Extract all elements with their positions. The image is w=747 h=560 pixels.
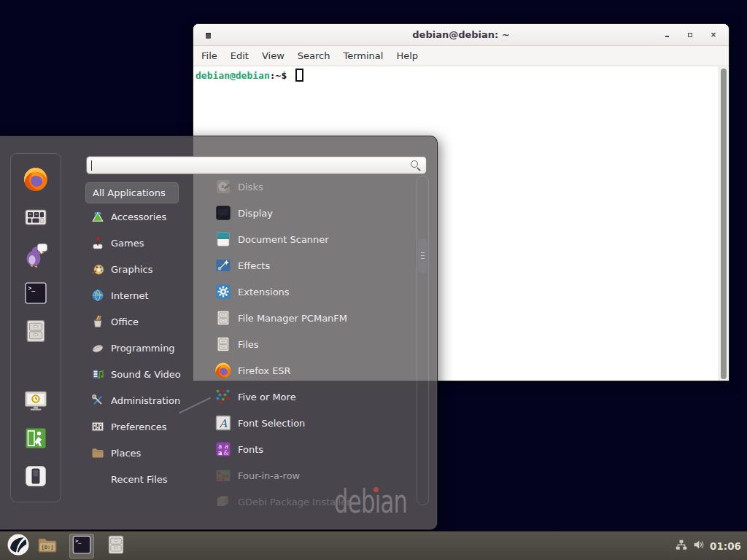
menu-scrollbar[interactable] [417,176,429,505]
favorites-column: >_ [10,153,61,502]
fonts-icon: aaa& [214,440,232,458]
favorite-file-manager-item[interactable] [22,319,50,346]
application-item[interactable]: Document Scanner [208,226,412,252]
taskbar-button[interactable] [104,534,128,559]
characters-icon [23,204,49,233]
minimize-button[interactable] [663,31,670,39]
taskbar: [D:] >_ 01:06 [0,531,747,560]
application-item[interactable]: Five or More [208,384,412,410]
programming-icon [91,341,104,354]
application-item[interactable]: File Manager PCManFM [208,305,412,331]
favorite-firefox-item[interactable] [22,167,50,195]
graphics-icon [91,262,104,276]
category-item[interactable]: Recent Files [85,466,202,492]
terminal-titlebar[interactable]: debian@debian: ~ × [193,24,729,46]
category-item[interactable]: Office [85,308,202,335]
terminal-menubar: FileEditViewSearchTerminalHelp [193,46,729,66]
category-item[interactable]: Games [85,230,202,256]
disks-icon [214,178,232,195]
terminal-menu-item[interactable]: Help [390,50,425,61]
application-item[interactable]: Extensions [208,279,412,305]
category-item[interactable]: Preferences [85,413,202,440]
firefox-icon [214,362,232,379]
favorite-shutdown-item[interactable] [22,464,50,491]
distro-logo-icon [7,533,30,559]
favorite-spacer-item[interactable] [22,357,50,378]
clock[interactable]: 01:06 [710,540,741,552]
svg-text:[D:]: [D:] [42,544,54,551]
shutdown-icon [23,463,49,492]
all-applications-button[interactable]: All Applications [85,182,179,203]
terminal-menu-item[interactable]: Search [291,50,337,61]
application-item[interactable]: Disks [208,174,412,200]
terminal-cursor [295,69,303,82]
volume-icon[interactable] [692,538,705,554]
favorite-screensaver-item[interactable] [22,388,50,416]
svg-text:A: A [219,417,228,430]
logout-icon [23,425,49,454]
maximize-button[interactable] [686,31,694,39]
application-item[interactable]: Display [208,200,412,226]
terminal-scrollbar-thumb[interactable] [721,69,727,379]
display-icon [214,204,232,222]
taskbar-button[interactable] [6,534,31,559]
terminal-menu-item[interactable]: File [195,50,224,61]
application-item[interactable]: A Font Selection [208,410,412,436]
terminal-title: debian@debian: ~ [412,29,509,40]
category-item[interactable]: Internet [85,282,202,308]
application-item[interactable]: Effects [208,252,412,279]
terminal-menu-item[interactable]: Terminal [336,50,390,61]
application-menu: >_ All Applications Accessories Games Gr… [0,136,438,530]
four-in-a-row-icon [214,467,232,484]
category-item[interactable]: Graphics [85,256,202,282]
close-button[interactable]: × [710,31,717,39]
effects-icon [214,257,232,274]
terminal-scrollbar[interactable] [719,67,728,381]
prompt-path: :~$ [270,70,287,81]
text-caret [91,160,92,171]
application-item[interactable]: aaa& Fonts [208,436,412,462]
five-or-more-icon [214,388,232,405]
prompt-user: debian@debian [196,70,270,81]
applications-list: Disks Display Document Scanner Effects E… [208,174,412,515]
category-item[interactable]: Accessories [85,203,202,230]
sound-video-icon [91,368,104,381]
gdebi-icon [214,493,232,510]
document-scanner-icon [214,230,232,248]
file-cabinet-icon [105,534,127,559]
debian-watermark: debıan [334,485,441,518]
none-icon [91,472,104,486]
application-item[interactable]: Firefox ESR [208,357,412,384]
category-item[interactable]: Sound & Video [85,361,202,387]
file-cabinet-icon [214,309,232,327]
firefox-icon [23,166,49,195]
file-cabinet-icon [214,335,232,353]
extensions-icon [214,283,232,300]
terminal-menu-item[interactable]: Edit [224,50,255,61]
favorite-characters-item[interactable] [22,205,50,233]
search-icon [410,160,422,171]
favorite-logout-item[interactable] [22,426,50,454]
search-input[interactable] [86,156,427,174]
favorite-pidgin-item[interactable] [22,243,50,271]
favorite-terminal-item[interactable]: >_ [22,281,50,308]
places-icon [91,446,104,459]
svg-text:>_: >_ [28,285,36,292]
office-icon [91,315,104,328]
file-cabinet-icon [23,318,49,347]
category-item[interactable]: Programming [85,335,202,361]
categories-list: Accessories Games Graphics Internet Offi… [85,203,202,492]
administration-icon [91,394,104,407]
pidgin-icon [23,242,49,271]
taskbar-button[interactable]: [D:] [35,534,60,559]
application-item[interactable]: Files [208,331,412,357]
terminal-menu-item[interactable]: View [255,50,291,61]
menu-scrollbar-thumb[interactable] [418,238,427,273]
watermark-dot [374,487,379,492]
network-icon[interactable] [675,538,688,554]
taskbar-button[interactable]: >_ [69,534,94,559]
svg-text:a: a [218,449,222,456]
svg-text:>_: >_ [75,537,81,543]
terminal-icon: >_ [71,534,93,559]
category-item[interactable]: Places [85,440,202,466]
